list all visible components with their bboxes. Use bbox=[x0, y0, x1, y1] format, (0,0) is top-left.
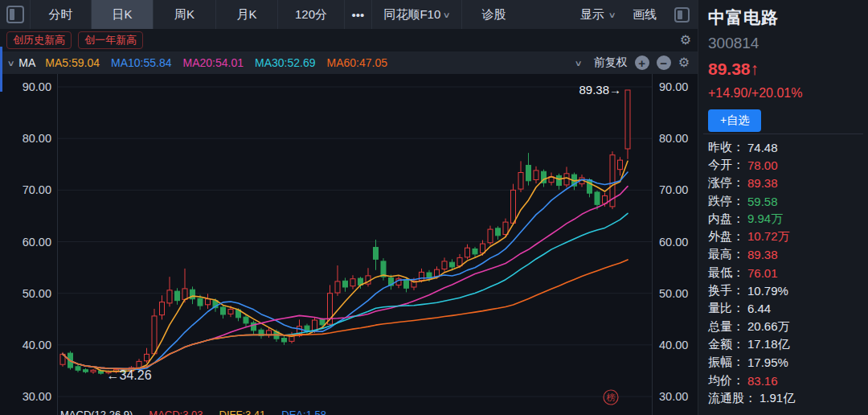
stock-app-window: 分时日K周K月K120分•••同花顺F10∨诊股 显示 ∨ 画线 创历史新高创一… bbox=[0, 0, 868, 415]
stat-label: 总量： bbox=[708, 319, 744, 335]
sidebar-divider bbox=[703, 134, 863, 134]
chart-panel: 分时日K周K月K120分•••同花顺F10∨诊股 显示 ∨ 画线 创历史新高创一… bbox=[0, 0, 698, 415]
layout-toggle-button[interactable] bbox=[0, 0, 30, 29]
stat-value: 83.16 bbox=[747, 374, 778, 388]
zoom-in-button[interactable]: + bbox=[635, 55, 649, 70]
stat-label: 流通股： bbox=[708, 391, 756, 406]
add-to-watchlist-button[interactable]: +自选 bbox=[708, 109, 761, 132]
stat-row-跌停: 跌停：59.58 bbox=[708, 192, 865, 210]
tab-5[interactable]: 120分 bbox=[277, 0, 344, 29]
chevron-down-icon: ∨ bbox=[608, 10, 616, 19]
tab-6[interactable]: ••• bbox=[344, 0, 371, 29]
draw-line-label: 画线 bbox=[633, 7, 657, 23]
stat-row-振幅: 振幅：17.95% bbox=[708, 354, 865, 372]
stat-value: 9.94万 bbox=[747, 212, 783, 227]
svg-text:70.00: 70.00 bbox=[659, 183, 688, 196]
badge-settings-gear-icon[interactable]: ⚙ bbox=[680, 34, 691, 47]
stat-value: 6.44 bbox=[747, 302, 771, 315]
stat-value: 78.00 bbox=[747, 158, 778, 172]
candlestick-chart[interactable]: 30.0030.0040.0040.0050.0050.0060.0060.00… bbox=[0, 74, 698, 415]
stat-row-总量: 总量：20.66万 bbox=[708, 318, 865, 335]
record-high-badge-1: 创历史新高 bbox=[6, 31, 72, 49]
sidebar-toggle-button[interactable] bbox=[674, 7, 690, 23]
stat-value: 1.91亿 bbox=[760, 391, 795, 406]
ma-collapse-chevron-icon[interactable]: ∨ bbox=[7, 59, 15, 68]
stat-label: 最高： bbox=[708, 247, 744, 262]
stat-value: 10.72万 bbox=[747, 229, 790, 244]
ma-group-label: MA bbox=[18, 56, 35, 69]
svg-text:50.00: 50.00 bbox=[659, 287, 688, 300]
display-menu[interactable]: 显示 ∨ bbox=[580, 7, 615, 23]
stat-value: 74.48 bbox=[747, 141, 778, 154]
tab-1[interactable]: 分时 bbox=[30, 0, 91, 29]
highlight-badge-row: 创历史新高创一年新高 ⚙ bbox=[0, 29, 698, 51]
display-label: 显示 bbox=[580, 7, 604, 23]
tab-7[interactable]: 同花顺F10∨ bbox=[371, 0, 461, 29]
ma-values-group: MA5:59.04MA10:55.84MA20:54.01MA30:52.69M… bbox=[45, 56, 399, 69]
ma-legend-item-3: MA20:54.01 bbox=[183, 56, 244, 69]
indicator-token: MACD(12,26,9) bbox=[60, 409, 133, 415]
tab-label: 120分 bbox=[295, 7, 327, 23]
stat-label: 最低： bbox=[708, 265, 744, 281]
zoom-out-button[interactable]: − bbox=[657, 55, 671, 70]
tab-2[interactable]: 日K bbox=[91, 0, 153, 29]
stat-row-金额: 金额：17.18亿 bbox=[708, 335, 865, 353]
svg-text:60.00: 60.00 bbox=[659, 236, 688, 249]
chevron-down-icon[interactable]: ∨ bbox=[575, 59, 583, 68]
stat-label: 振幅： bbox=[708, 355, 744, 370]
tab-4[interactable]: 月K bbox=[215, 0, 277, 29]
stat-row-涨停: 涨停：89.38 bbox=[708, 175, 865, 192]
rank-stamp-icon: 榜 bbox=[607, 392, 616, 402]
stat-row-换手: 换手：10.79% bbox=[708, 281, 865, 299]
tab-3[interactable]: 周K bbox=[153, 0, 215, 29]
indicator-token: MACD:3.03 bbox=[149, 409, 203, 415]
quote-stats-list: 昨收：74.48今开：78.00涨停：89.38跌停：59.58内盘：9.94万… bbox=[708, 138, 865, 407]
stock-change: +14.90/+20.01% bbox=[708, 86, 868, 101]
stat-value: 76.01 bbox=[747, 266, 778, 280]
period-tabs: 分时日K周K月K120分•••同花顺F10∨诊股 bbox=[30, 0, 526, 29]
indicator-token: DIFF:3.41 bbox=[219, 409, 266, 415]
tab-label: 月K bbox=[236, 7, 256, 23]
stat-label: 量比： bbox=[708, 301, 744, 316]
stat-value: 10.79% bbox=[747, 284, 788, 298]
ma-legend-item-5: MA60:47.05 bbox=[327, 56, 388, 69]
svg-text:90.00: 90.00 bbox=[659, 80, 688, 93]
chart-toolbar: 分时日K周K月K120分•••同花顺F10∨诊股 显示 ∨ 画线 bbox=[0, 0, 698, 29]
stat-label: 均价： bbox=[708, 373, 744, 388]
stat-value: 89.38 bbox=[747, 176, 778, 190]
tab-8[interactable]: 诊股 bbox=[461, 0, 526, 29]
stat-row-流通股: 流通股：1.91亿 bbox=[708, 389, 865, 407]
svg-text:90.00: 90.00 bbox=[23, 80, 51, 93]
stat-label: 昨收： bbox=[708, 140, 744, 155]
svg-text:30.00: 30.00 bbox=[659, 390, 688, 403]
chevron-down-icon: ∨ bbox=[443, 10, 451, 19]
stat-label: 金额： bbox=[708, 337, 744, 352]
record-high-badge-2: 创一年新高 bbox=[78, 31, 143, 49]
stat-row-内盘: 内盘：9.94万 bbox=[708, 210, 865, 228]
stat-value: 20.66万 bbox=[747, 319, 790, 335]
stat-label: 换手： bbox=[708, 283, 744, 298]
stat-value: 17.18亿 bbox=[747, 337, 790, 352]
adjust-mode-label[interactable]: 前复权 bbox=[594, 55, 628, 70]
panel-layout-icon bbox=[674, 7, 690, 23]
adjust-controls-group: ∨ 前复权 + − ⚙ bbox=[575, 55, 690, 70]
svg-text:30.00: 30.00 bbox=[23, 390, 51, 403]
tab-label: 同花顺F10 bbox=[383, 7, 440, 23]
svg-text:80.00: 80.00 bbox=[659, 132, 688, 145]
stat-label: 今开： bbox=[708, 158, 744, 173]
svg-text:60.00: 60.00 bbox=[23, 236, 51, 249]
chart-canvas: 30.0030.0040.0040.0050.0050.0060.0060.00… bbox=[0, 74, 698, 415]
svg-text:40.00: 40.00 bbox=[659, 339, 688, 351]
stat-label: 涨停： bbox=[708, 175, 744, 191]
stock-code: 300814 bbox=[708, 35, 868, 52]
ma-legend-row: ∨ MA MA5:59.04MA10:55.84MA20:54.01MA30:5… bbox=[0, 51, 698, 74]
tab-label: ••• bbox=[352, 8, 365, 22]
stat-row-今开: 今开：78.00 bbox=[708, 156, 865, 174]
svg-text:70.00: 70.00 bbox=[23, 183, 51, 196]
indicator-token: DEA:1.58 bbox=[281, 409, 326, 415]
toolbar-right-group: 显示 ∨ 画线 bbox=[580, 0, 698, 29]
draw-line-button[interactable]: 画线 bbox=[633, 7, 657, 23]
stat-row-最高: 最高：89.38 bbox=[708, 246, 865, 264]
indicator-settings-gear-icon[interactable]: ⚙ bbox=[678, 56, 690, 69]
stat-row-外盘: 外盘：10.72万 bbox=[708, 228, 865, 245]
